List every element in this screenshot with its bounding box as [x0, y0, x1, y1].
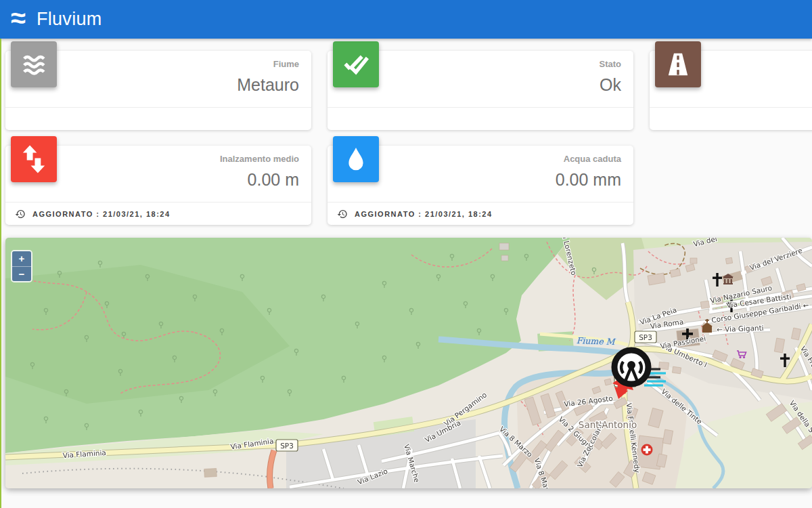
card-value: 0.00 mm	[556, 170, 621, 190]
page-accent-line	[0, 39, 1, 508]
up-down-arrows-icon	[11, 136, 57, 182]
card-label: Inalzamento medio	[220, 154, 299, 164]
history-icon	[337, 209, 348, 219]
map-canvas[interactable]: Via FlaminiaVia FlaminiaVia PergaminoVia…	[5, 238, 812, 488]
card-label: Acqua caduta	[556, 154, 621, 164]
zoom-in-button[interactable]: +	[12, 251, 31, 266]
zoom-out-button[interactable]: −	[12, 266, 31, 281]
card-value: 0.00 m	[220, 170, 299, 190]
card-stato: Stato Ok	[328, 46, 633, 130]
hospital-icon	[641, 444, 653, 456]
waves-icon	[11, 41, 57, 87]
card-inalzamento: Inalzamento medio 0.00 m AGGIORNATO : 21…	[5, 141, 311, 225]
card-divider	[650, 107, 812, 108]
card-footer-text: AGGIORNATO : 21/03/21, 18:24	[32, 210, 171, 218]
double-check-icon	[333, 41, 379, 87]
app-title: Fluvium	[37, 9, 102, 30]
road-shield: SP3	[276, 440, 298, 451]
card-strada	[650, 46, 812, 130]
card-fiume: Fiume Metauro	[5, 46, 311, 130]
svg-text:← Via Giganti: ← Via Giganti	[717, 324, 764, 333]
road-shield: SP3	[635, 331, 656, 343]
svg-text:SP3: SP3	[639, 333, 652, 341]
card-value: Metauro	[237, 75, 299, 95]
map-card: + −	[5, 238, 812, 488]
road-icon	[655, 41, 701, 87]
app-header: ≈ Fluvium	[0, 0, 812, 39]
waves-approx-icon: ≈	[11, 4, 26, 31]
card-acqua: Acqua caduta 0.00 mm AGGIORNATO : 21/03/…	[328, 141, 633, 225]
svg-text:SP3: SP3	[280, 442, 294, 450]
card-label: Stato	[600, 59, 622, 69]
svg-text:Sant'Antonio: Sant'Antonio	[579, 419, 637, 430]
history-icon	[15, 209, 26, 219]
card-value: Ok	[600, 75, 622, 95]
cards-row-1: Fiume Metauro Stato Ok	[5, 46, 812, 130]
card-label: Fiume	[237, 59, 299, 69]
card-divider	[328, 107, 633, 108]
cards-row-2: Inalzamento medio 0.00 m AGGIORNATO : 21…	[5, 141, 812, 225]
card-footer-text: AGGIORNATO : 21/03/21, 18:24	[355, 210, 493, 218]
card-divider	[5, 107, 311, 108]
map-zoom-control: + −	[11, 250, 32, 282]
svg-text:Fiume M: Fiume M	[577, 335, 616, 347]
water-drop-icon	[333, 136, 379, 182]
